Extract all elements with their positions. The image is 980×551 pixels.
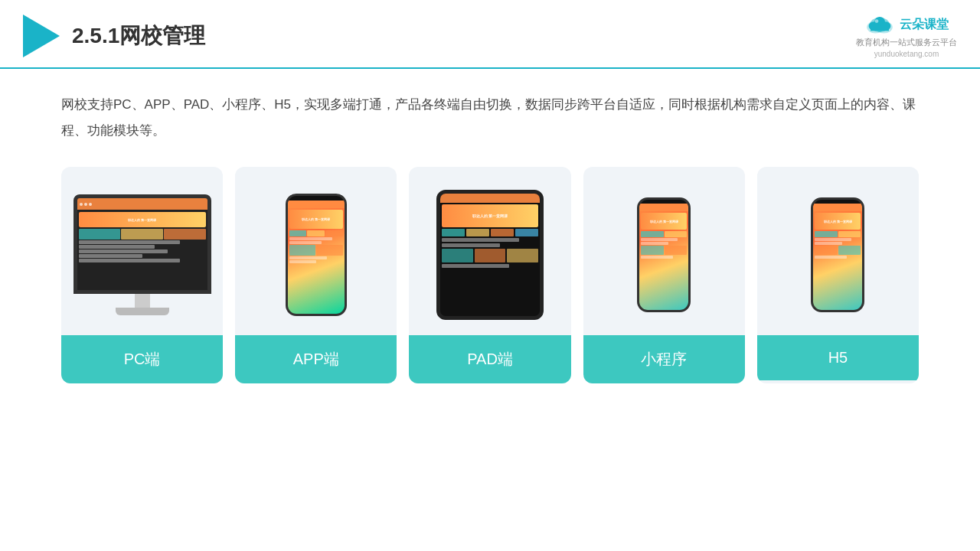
header: 2.5.1网校管理 云朵课堂 教育机构一站式服务云平台 yunduoketang… [0,0,980,69]
card-miniapp: 职达人的 第一堂网课 [583,167,745,383]
brand-subtitle: 教育机构一站式服务云平台 [856,37,957,48]
card-h5-label: H5 [757,335,919,380]
card-pc-label: PC端 [61,335,223,383]
card-app-image: 职达人的 第一堂网课 [235,167,397,335]
card-pc: 职达人的 第一堂网课 [61,167,223,383]
page-title: 2.5.1网校管理 [72,21,205,51]
card-pad-label: PAD端 [409,335,570,383]
card-h5-image: 职达人的 第一堂网课 [757,167,919,335]
card-pad-image: 职达人的 第一堂网课 [409,167,570,335]
svg-point-7 [875,19,879,23]
phone-h5-icon: 职达人的 第一堂网课 [811,197,864,312]
svg-rect-6 [871,26,889,31]
card-h5: 职达人的 第一堂网课 [757,167,919,383]
description-text: 网校支持PC、APP、PAD、小程序、H5，实现多端打通，产品各终端自由切换，数… [61,92,919,144]
main-content: 网校支持PC、APP、PAD、小程序、H5，实现多端打通，产品各终端自由切换，数… [0,69,980,406]
pc-monitor-icon: 职达人的 第一堂网课 [74,194,211,315]
card-miniapp-label: 小程序 [583,335,745,383]
cloud-icon [864,14,895,35]
card-miniapp-image: 职达人的 第一堂网课 [583,167,745,335]
card-pad: 职达人的 第一堂网课 [409,167,570,383]
card-app-label: APP端 [235,335,397,383]
card-pc-image: 职达人的 第一堂网课 [61,167,223,335]
phone-miniapp-icon: 职达人的 第一堂网课 [637,197,691,312]
brand-url: yunduoketang.com [874,50,939,58]
header-left: 2.5.1网校管理 [23,15,205,57]
brand-logo: 云朵课堂 [864,14,949,35]
card-app: 职达人的 第一堂网课 [235,167,397,383]
tablet-pad-icon: 职达人的 第一堂网课 [436,190,544,320]
brand-name: 云朵课堂 [900,17,949,33]
logo-triangle-icon [23,15,60,57]
header-right: 云朵课堂 教育机构一站式服务云平台 yunduoketang.com [856,14,957,58]
cards-row: 职达人的 第一堂网课 [61,167,919,383]
phone-app-icon: 职达人的 第一堂网课 [286,194,347,316]
